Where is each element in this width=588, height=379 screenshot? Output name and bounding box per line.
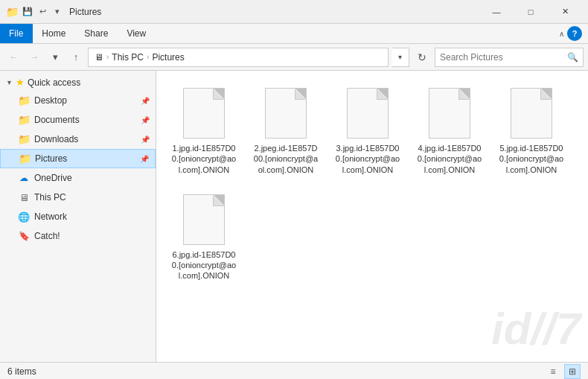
item-count: 6 items: [7, 366, 36, 377]
pictures-pin-icon: 📌: [140, 155, 149, 163]
quick-access-header[interactable]: ▼ ★ Quick access: [0, 74, 156, 91]
main-layout: ▼ ★ Quick access 📁 Desktop 📌 📁 Documents…: [0, 71, 588, 362]
file-name: 3.jpg.id-1E857D00.[onioncrypt@aol.com].O…: [334, 143, 401, 175]
thispc-icon: 🖥: [18, 191, 30, 203]
tab-file[interactable]: File: [0, 24, 33, 43]
title-bar-title: Pictures: [69, 7, 479, 17]
content-area: id//7 1.jpg.id-1E857D00.[onioncrypt@aol.…: [156, 71, 588, 362]
title-bar-icons: 📁 💾 ↩ ▾: [6, 6, 63, 18]
sidebar-item-downloads[interactable]: 📁 Downloads 📌: [0, 130, 156, 149]
file-page: [429, 88, 470, 138]
close-button[interactable]: ✕: [548, 0, 582, 24]
sidebar-item-desktop[interactable]: 📁 Desktop 📌: [0, 91, 156, 110]
file-page: [183, 194, 225, 245]
status-bar: 6 items ≡ ⊞: [0, 362, 588, 379]
network-icon: 🌐: [18, 211, 30, 223]
file-grid: 1.jpg.id-1E857D00.[onioncrypt@aol.com].O…: [164, 78, 581, 290]
save-icon: 💾: [22, 6, 33, 18]
quick-access-chevron-icon: ▼: [6, 79, 13, 86]
file-icon: [426, 86, 473, 140]
watermark: id//7: [491, 303, 581, 354]
ribbon-help-button[interactable]: ?: [567, 26, 582, 41]
onedrive-icon: ☁: [18, 172, 30, 184]
search-box[interactable]: 🔍: [435, 48, 584, 67]
file-page: [511, 88, 552, 138]
maximize-button[interactable]: □: [514, 0, 548, 24]
tab-share[interactable]: Share: [75, 24, 118, 43]
grid-view-button[interactable]: ⊞: [564, 364, 581, 379]
file-page: [183, 88, 225, 138]
sidebar-item-pictures[interactable]: 📁 Pictures 📌: [0, 149, 156, 168]
ribbon-expand: ∧ ?: [559, 24, 588, 43]
sidebar-desktop-label: Desktop: [34, 95, 67, 106]
address-dropdown-button[interactable]: ▾: [392, 48, 409, 67]
list-item[interactable]: 5.jpg.id-1E857D00.[onioncrypt@aol.com].O…: [494, 81, 569, 180]
path-pictures: Pictures: [152, 52, 184, 63]
sidebar-downloads-label: Downloads: [34, 134, 78, 144]
sidebar-item-thispc[interactable]: 🖥 This PC: [0, 188, 156, 207]
back-button[interactable]: ←: [4, 48, 22, 66]
sidebar-catch-label: Catch!: [34, 231, 60, 241]
pictures-folder-icon: 📁: [19, 153, 31, 165]
list-item[interactable]: 1.jpg.id-1E857D00.[onioncrypt@aol.com].O…: [167, 81, 241, 180]
file-name: 5.jpg.id-1E857D00.[onioncrypt@aol.com].O…: [498, 143, 565, 175]
address-path[interactable]: 🖥 › This PC › Pictures: [88, 48, 389, 67]
quick-access-star-icon: ★: [16, 77, 25, 88]
sidebar-thispc-label: This PC: [34, 192, 66, 203]
address-bar: ← → ▾ ↑ 🖥 › This PC › Pictures ▾ ↻ 🔍: [0, 44, 588, 71]
file-icon: [508, 86, 555, 140]
sidebar-documents-label: Documents: [34, 115, 80, 125]
dropdown-icon[interactable]: ▾: [51, 6, 63, 18]
path-chevron2-icon: ›: [147, 53, 149, 61]
path-icon: 🖥: [95, 52, 103, 63]
status-view-controls: ≡ ⊞: [545, 364, 581, 379]
file-icon: [180, 193, 228, 246]
sidebar-item-catch[interactable]: 🔖 Catch!: [0, 226, 156, 246]
ribbon-chevron-icon[interactable]: ∧: [559, 30, 564, 38]
refresh-button[interactable]: ↻: [412, 48, 432, 67]
up-button[interactable]: ↑: [67, 48, 85, 66]
list-view-button[interactable]: ≡: [545, 364, 561, 379]
file-icon: [180, 86, 228, 140]
documents-folder-icon: 📁: [18, 114, 30, 126]
file-icon: [262, 86, 310, 140]
title-text: Pictures: [69, 7, 101, 17]
sidebar-network-label: Network: [34, 211, 67, 222]
file-name: 2.jpeg.id-1E857D00.[onioncrypt@aol.com].…: [252, 143, 319, 175]
file-page: [347, 88, 389, 138]
title-bar-controls: — □ ✕: [479, 0, 582, 24]
file-name: 1.jpg.id-1E857D00.[onioncrypt@aol.com].O…: [170, 143, 237, 175]
sidebar-item-onedrive[interactable]: ☁ OneDrive: [0, 168, 156, 188]
title-bar: 📁 💾 ↩ ▾ Pictures — □ ✕: [0, 0, 588, 24]
list-item[interactable]: 2.jpeg.id-1E857D00.[onioncrypt@aol.com].…: [249, 81, 323, 180]
catch-icon: 🔖: [18, 230, 30, 242]
quick-access-label: Quick access: [28, 77, 80, 88]
path-this-pc: This PC: [112, 52, 144, 63]
list-item[interactable]: 4.jpg.id-1E857D00.[onioncrypt@aol.com].O…: [412, 81, 487, 180]
tab-home[interactable]: Home: [33, 24, 75, 43]
file-name: 4.jpg.id-1E857D00.[onioncrypt@aol.com].O…: [416, 143, 483, 175]
documents-pin-icon: 📌: [141, 116, 150, 124]
tab-view[interactable]: View: [118, 24, 156, 43]
file-icon: [344, 86, 392, 140]
sidebar: ▼ ★ Quick access 📁 Desktop 📌 📁 Documents…: [0, 71, 156, 362]
sidebar-item-documents[interactable]: 📁 Documents 📌: [0, 110, 156, 130]
undo-icon: ↩: [36, 6, 48, 18]
forward-button[interactable]: →: [25, 48, 43, 66]
file-page: [265, 88, 307, 138]
minimize-button[interactable]: —: [479, 0, 514, 24]
list-item[interactable]: 6.jpg.id-1E857D00.[onioncrypt@aol.com].O…: [167, 188, 241, 287]
list-item[interactable]: 3.jpg.id-1E857D00.[onioncrypt@aol.com].O…: [330, 81, 405, 180]
dropdown-nav-button[interactable]: ▾: [46, 48, 64, 66]
search-input[interactable]: [440, 52, 564, 63]
search-icon[interactable]: 🔍: [567, 52, 578, 63]
sidebar-item-network[interactable]: 🌐 Network: [0, 207, 156, 226]
ribbon-tabs: File Home Share View ∧ ?: [0, 24, 588, 43]
desktop-folder-icon: 📁: [18, 95, 30, 106]
sidebar-pictures-label: Pictures: [35, 153, 67, 164]
downloads-folder-icon: 📁: [18, 133, 30, 145]
ribbon: File Home Share View ∧ ?: [0, 24, 588, 44]
path-chevron-icon: ›: [106, 53, 109, 61]
folder-icon: 📁: [6, 6, 19, 18]
file-name: 6.jpg.id-1E857D00.[onioncrypt@aol.com].O…: [170, 249, 237, 281]
